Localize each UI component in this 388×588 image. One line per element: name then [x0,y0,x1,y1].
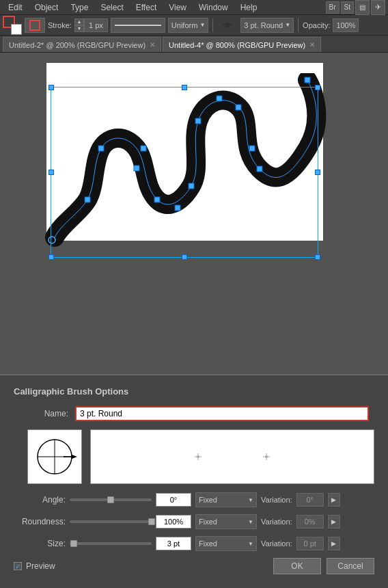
angle-value-input[interactable] [156,493,191,507]
angle-variation-arrow[interactable]: ▶ [328,493,340,507]
weight-input[interactable] [84,18,108,32]
menu-help[interactable]: Help [235,1,263,14]
tab-untitled-4-label: Untitled-4* @ 800% (RGB/GPU Preview) [169,41,305,49]
svg-rect-14 [85,197,90,202]
menu-select[interactable]: Select [95,1,128,14]
svg-rect-12 [134,165,139,171]
preview-checkbox-area[interactable]: ✓ Preview [14,561,55,571]
name-label: Name: [14,409,68,418]
menu-edit[interactable]: Edit [3,1,28,14]
line-type-label: Uniform [171,21,198,29]
roundness-method-select[interactable]: Fixed ▼ [195,514,257,529]
stroke-box-btn[interactable] [25,18,45,33]
weight-up[interactable]: ▲ [74,18,84,25]
menu-window[interactable]: Window [193,1,234,14]
svg-rect-6 [257,166,262,172]
size-variation-input[interactable] [296,537,324,550]
svg-marker-20 [72,455,77,459]
app-bridge-icon[interactable]: Br [326,1,340,14]
tab-untitled-2-label: Untitled-2* @ 200% (RGB/GPU Preview) [9,41,146,49]
brush-arrow: ▼ [285,22,290,28]
roundness-method-label: Fixed [199,518,217,526]
menu-effect[interactable]: Effect [130,1,162,14]
roundness-row: Roundness: Fixed ▼ Variation: ▶ [14,514,374,529]
size-variation-arrow[interactable]: ▶ [328,537,340,550]
toolbar: Stroke: ▲ ▼ Uniform ▼ 3 pt. Round ▼ Opac… [0,15,388,36]
svg-rect-11 [141,146,146,151]
preview-row [27,429,374,484]
menu-type[interactable]: Type [65,1,94,14]
brush-dropdown[interactable]: 3 pt. Round ▼ [240,18,294,33]
angle-variation-input[interactable] [296,493,324,507]
size-label: Size: [14,539,66,548]
roundness-variation-label: Variation: [261,518,292,526]
opacity-label: Opacity: [303,21,330,29]
brush-stroke-svg [130,433,335,481]
size-method-arrow: ▼ [248,541,253,547]
brush-shape-preview [27,429,82,484]
line-type-arrow: ▼ [199,22,205,28]
menu-view[interactable]: View [163,1,192,14]
weight-stepper[interactable]: ▲ ▼ [74,18,108,32]
preview-checkbox[interactable]: ✓ [14,562,22,570]
svg-rect-5 [195,118,201,124]
size-value-input[interactable] [156,537,191,550]
svg-rect-3 [236,105,241,110]
roundness-method-arrow: ▼ [248,519,253,525]
dialog-title: Calligraphic Brush Options [14,386,374,397]
svg-rect-7 [249,146,255,151]
ok-button[interactable]: OK [273,558,321,574]
cancel-button[interactable]: Cancel [327,558,374,574]
svg-rect-9 [175,205,180,211]
svg-rect-0 [30,21,40,30]
tab-untitled-4[interactable]: Untitled-4* @ 800% (RGB/GPU Preview) ✕ [163,37,321,52]
angle-row: Angle: Fixed ▼ Variation: ▶ [14,492,374,507]
roundness-value-input[interactable] [156,515,191,529]
weight-down[interactable]: ▼ [74,25,84,32]
angle-method-select[interactable]: Fixed ▼ [195,492,257,507]
roundness-slider[interactable] [70,520,152,523]
svg-rect-2 [305,77,310,83]
dialog-calligraphic-brush: Calligraphic Brush Options Name: [0,374,388,588]
roundness-variation-input[interactable] [296,515,324,529]
separator-2 [298,18,299,32]
size-method-select[interactable]: Fixed ▼ [195,536,257,551]
size-variation-label: Variation: [261,539,292,548]
brush-label: 3 pt. Round [244,21,283,29]
preview-checkbox-label: Preview [26,561,55,571]
app-stock-icon[interactable]: St [341,1,354,14]
svg-rect-8 [189,183,194,189]
tabs-bar: Untitled-2* @ 200% (RGB/GPU Preview) ✕ U… [0,36,388,53]
squiggle-artwork [41,73,342,278]
name-row: Name: [14,406,374,421]
canvas-area[interactable] [0,53,388,285]
workspace-icon[interactable]: ▤ [355,0,370,15]
svg-rect-10 [154,197,160,202]
separator-1 [212,18,213,32]
tab-untitled-2-close[interactable]: ✕ [150,41,155,49]
checkbox-check-mark: ✓ [15,563,20,570]
dialog-buttons: OK Cancel [273,558,374,574]
color-indicators[interactable] [3,16,22,35]
fill-indicator[interactable] [11,24,22,35]
roundness-label: Roundness: [14,517,66,526]
size-slider[interactable] [70,542,152,545]
menu-object[interactable]: Object [29,1,64,14]
menu-bar: Edit Object Type Select Effect View Wind… [0,0,388,15]
line-type-dropdown[interactable]: Uniform ▼ [168,18,208,33]
name-input[interactable] [75,406,369,421]
dialog-footer: ✓ Preview OK Cancel [14,558,374,574]
tab-untitled-2[interactable]: Untitled-2* @ 200% (RGB/GPU Preview) ✕ [3,37,161,52]
stroke-label: Stroke: [48,21,72,29]
size-method-label: Fixed [199,539,217,548]
angle-slider[interactable] [70,498,152,501]
opacity-input[interactable] [333,18,359,32]
size-row: Size: Fixed ▼ Variation: ▶ [14,536,374,551]
tab-untitled-4-close[interactable]: ✕ [309,41,315,49]
svg-rect-4 [217,96,222,101]
line-style-display[interactable] [111,18,165,33]
roundness-variation-arrow[interactable]: ▶ [328,515,340,529]
launch-icon[interactable]: ✈ [371,0,385,15]
angle-label: Angle: [14,495,66,505]
brush-stroke-preview [90,429,374,484]
